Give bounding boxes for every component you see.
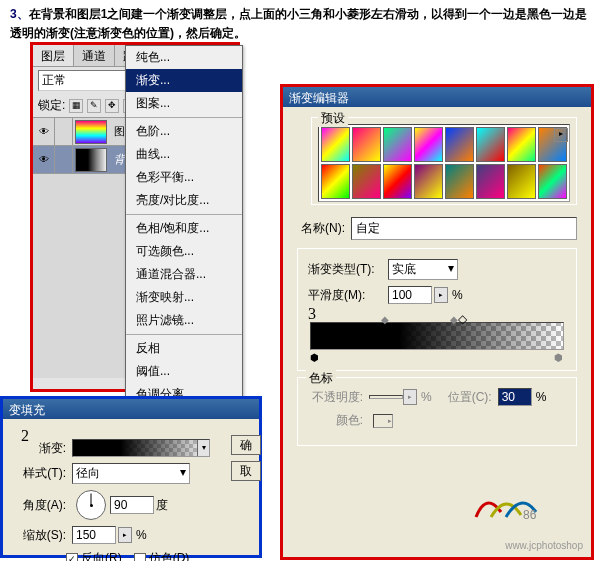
preset-swatch[interactable] bbox=[352, 127, 381, 162]
smooth-input[interactable]: 100 bbox=[388, 286, 432, 304]
tab-layers[interactable]: 图层 bbox=[33, 45, 74, 66]
checkbox-icon: ✓ bbox=[66, 553, 78, 562]
lock-transparent-icon[interactable]: ▦ bbox=[69, 99, 83, 113]
scale-row: 缩放(S): 150 ▸ % bbox=[11, 526, 251, 544]
color-stop-left[interactable] bbox=[310, 350, 320, 362]
menu-channel-mixer[interactable]: 通道混合器... bbox=[126, 263, 242, 286]
gradient-preview[interactable]: ▾ bbox=[72, 439, 210, 457]
colorstop-legend: 色标 bbox=[306, 370, 336, 387]
cancel-button[interactable]: 取 bbox=[231, 461, 261, 481]
gradient-label: 渐变: bbox=[11, 440, 66, 457]
menu-brightness[interactable]: 亮度/对比度... bbox=[126, 189, 242, 212]
reverse-checkbox[interactable]: ✓ 反向(R) bbox=[66, 550, 122, 561]
gradient-bar-wrap: ◇ bbox=[310, 322, 564, 350]
visibility-icon[interactable]: 👁 bbox=[33, 146, 55, 174]
style-select[interactable]: 径向 ▾ bbox=[72, 463, 190, 484]
style-row: 样式(T): 径向 ▾ bbox=[11, 463, 251, 484]
percent-unit: % bbox=[421, 390, 432, 404]
instruction-text: 3、在背景和图层1之间建一个渐变调整层，点上面的小三角和小菱形左右滑动，以得到一… bbox=[10, 4, 592, 42]
spinner-icon[interactable]: ▸ bbox=[118, 527, 132, 543]
dither-label: 仿色(D) bbox=[149, 550, 190, 561]
svg-text:86: 86 bbox=[523, 508, 537, 522]
position-input[interactable]: 30 bbox=[498, 388, 532, 406]
opacity-label: 不透明度: bbox=[308, 389, 363, 406]
editor-title: 渐变编辑器 bbox=[283, 87, 591, 107]
gradient-editor-dialog: 渐变编辑器 预设 ▸ 名称(N): 自定 渐变类型(T): 实底 ▾ 平滑度(M… bbox=[280, 84, 594, 560]
preset-menu-icon[interactable]: ▸ bbox=[554, 128, 568, 142]
menu-threshold[interactable]: 阈值... bbox=[126, 360, 242, 383]
preset-swatch[interactable] bbox=[321, 127, 350, 162]
angle-dial[interactable] bbox=[76, 490, 106, 520]
menu-levels[interactable]: 色阶... bbox=[126, 120, 242, 143]
menu-color-balance[interactable]: 色彩平衡... bbox=[126, 166, 242, 189]
preset-swatch[interactable] bbox=[383, 127, 412, 162]
checkbox-row-1: ✓ 反向(R) 仿色(D) bbox=[66, 550, 251, 561]
preset-swatch[interactable] bbox=[507, 127, 536, 162]
preset-swatch[interactable] bbox=[445, 164, 474, 199]
menu-separator bbox=[126, 334, 242, 335]
style-label: 样式(T): bbox=[11, 465, 66, 482]
preset-swatch[interactable] bbox=[445, 127, 474, 162]
menu-separator bbox=[126, 214, 242, 215]
preset-swatch[interactable] bbox=[414, 164, 443, 199]
checkbox-icon bbox=[134, 553, 146, 562]
preset-swatch[interactable] bbox=[352, 164, 381, 199]
chevron-down-icon: ▾ bbox=[180, 465, 186, 482]
preset-swatch[interactable] bbox=[507, 164, 536, 199]
angle-row: 角度(A): 90 度 bbox=[11, 490, 251, 520]
layer-thumbnail[interactable] bbox=[75, 120, 107, 144]
angle-input[interactable]: 90 bbox=[110, 496, 154, 514]
scale-input[interactable]: 150 bbox=[72, 526, 116, 544]
dither-checkbox[interactable]: 仿色(D) bbox=[134, 550, 190, 561]
type-select[interactable]: 实底 ▾ bbox=[388, 259, 458, 280]
preset-swatch[interactable] bbox=[414, 127, 443, 162]
preset-swatch[interactable] bbox=[383, 164, 412, 199]
preset-legend: 预设 bbox=[318, 110, 348, 127]
position-unit: % bbox=[536, 390, 547, 404]
opacity-midpoint[interactable]: ◇ bbox=[450, 312, 460, 322]
instruction-body: 在背景和图层1之间建一个渐变调整层，点上面的小三角和小菱形左右滑动，以得到一个一… bbox=[10, 7, 587, 40]
chevron-down-icon[interactable]: ▾ bbox=[197, 440, 209, 456]
name-row: 名称(N): 自定 bbox=[301, 217, 577, 240]
ok-button[interactable]: 确 bbox=[231, 435, 261, 455]
menu-solid-color[interactable]: 纯色... bbox=[126, 46, 242, 69]
menu-gradient-map[interactable]: 渐变映射... bbox=[126, 286, 242, 309]
fill-body: 渐变: ▾ 样式(T): 径向 ▾ 角度(A): 90 度 缩放(S): 150… bbox=[3, 419, 259, 561]
menu-selective-color[interactable]: 可选颜色... bbox=[126, 240, 242, 263]
position-label: 位置(C): bbox=[432, 389, 492, 406]
color-label: 颜色: bbox=[308, 412, 363, 429]
menu-hue-sat[interactable]: 色相/饱和度... bbox=[126, 217, 242, 240]
lock-move-icon[interactable]: ✥ bbox=[105, 99, 119, 113]
menu-curves[interactable]: 曲线... bbox=[126, 143, 242, 166]
menu-invert[interactable]: 反相 bbox=[126, 337, 242, 360]
spinner-icon: ▸ bbox=[403, 389, 417, 405]
menu-separator bbox=[126, 117, 242, 118]
smooth-label: 平滑度(M): bbox=[308, 287, 388, 304]
preset-swatch[interactable] bbox=[538, 164, 567, 199]
preset-swatch[interactable] bbox=[476, 164, 505, 199]
visibility-icon[interactable]: 👁 bbox=[33, 118, 55, 146]
lock-paint-icon[interactable]: ✎ bbox=[87, 99, 101, 113]
opacity-row: 不透明度: ▸ % 位置(C): 30 % bbox=[308, 388, 566, 406]
angle-unit: 度 bbox=[156, 497, 168, 514]
blend-mode-value: 正常 bbox=[42, 72, 66, 89]
link-col[interactable] bbox=[55, 146, 73, 174]
tab-channels[interactable]: 通道 bbox=[74, 45, 115, 66]
menu-photo-filter[interactable]: 照片滤镜... bbox=[126, 309, 242, 332]
spinner-icon[interactable]: ▸ bbox=[434, 287, 448, 303]
opacity-stop[interactable] bbox=[381, 312, 391, 322]
preset-swatch[interactable] bbox=[476, 127, 505, 162]
color-stop-right[interactable] bbox=[554, 350, 564, 362]
preset-swatch[interactable] bbox=[321, 164, 350, 199]
watermark-logo: 86 bbox=[471, 487, 551, 527]
chevron-down-icon: ▾ bbox=[448, 261, 454, 278]
link-col[interactable] bbox=[55, 118, 73, 146]
gradient-bar[interactable] bbox=[310, 322, 564, 350]
menu-pattern[interactable]: 图案... bbox=[126, 92, 242, 115]
adjustment-menu: 纯色... 渐变... 图案... 色阶... 曲线... 色彩平衡... 亮度… bbox=[125, 45, 243, 407]
layer-thumbnail[interactable] bbox=[75, 148, 107, 172]
menu-gradient[interactable]: 渐变... bbox=[126, 69, 242, 92]
name-input[interactable]: 自定 bbox=[351, 217, 577, 240]
angle-label: 角度(A): bbox=[11, 497, 66, 514]
colorstop-frame: 色标 不透明度: ▸ % 位置(C): 30 % 颜色: ▸ bbox=[297, 377, 577, 446]
